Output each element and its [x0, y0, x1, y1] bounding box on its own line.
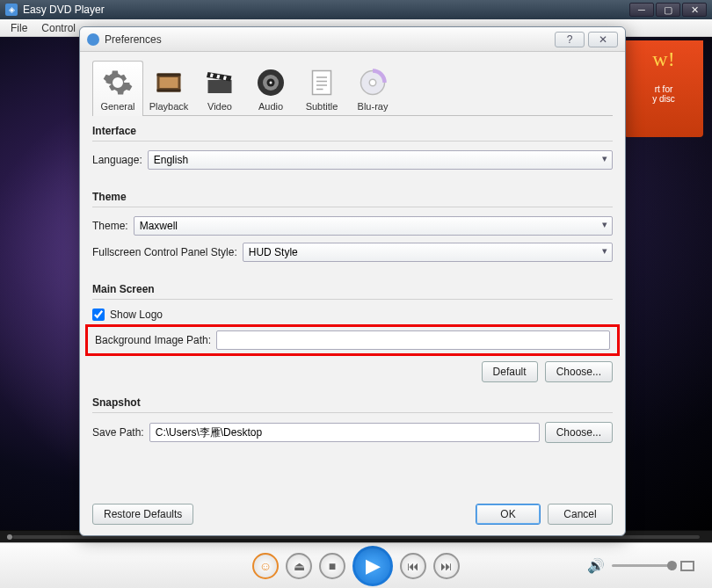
main-titlebar: ◈ Easy DVD Player ─ ▢ ✕ — [0, 0, 712, 19]
timeline-handle[interactable] — [7, 534, 12, 540]
menu-control[interactable]: Control — [34, 22, 83, 34]
bg-default-button[interactable]: Default — [482, 361, 538, 382]
next-button[interactable]: ⏭ — [433, 553, 460, 579]
tab-audio[interactable]: Audio — [245, 61, 296, 115]
theme-select[interactable]: Maxwell — [134, 216, 613, 236]
tab-video[interactable]: Video — [194, 61, 245, 115]
app-icon: ◈ — [5, 4, 18, 16]
play-button[interactable]: ▶ — [352, 546, 393, 586]
fullscreen-style-select[interactable]: HUD Style — [243, 243, 613, 262]
section-heading: Main Screen — [92, 283, 613, 300]
dialog-close-button[interactable]: ✕ — [588, 32, 618, 47]
promo-big-text: w! — [624, 47, 703, 71]
tab-label: Audio — [248, 101, 294, 112]
fullscreen-style-label: Fullscreen Control Panel Style: — [92, 246, 237, 258]
bg-choose-button[interactable]: Choose... — [545, 361, 613, 382]
section-heading: Theme — [92, 191, 613, 207]
volume-icon[interactable]: 🔊 — [587, 557, 605, 574]
section-main-screen: Main Screen Show Logo Background Image P… — [92, 283, 613, 382]
dialog-title: Preferences — [105, 33, 551, 46]
tab-label: Video — [197, 101, 243, 112]
gear-icon — [102, 67, 134, 98]
tab-bluray[interactable]: Blu-ray — [347, 61, 398, 115]
filmstrip-icon — [153, 67, 185, 98]
svg-rect-4 — [208, 80, 232, 93]
save-path-label: Save Path: — [92, 426, 144, 439]
snapshot-choose-button[interactable]: Choose... — [545, 422, 613, 443]
speaker-icon — [255, 67, 287, 98]
share-button[interactable]: ☺ — [252, 553, 279, 579]
tab-label: Blu-ray — [350, 101, 396, 112]
tab-subtitle[interactable]: Subtitle — [296, 61, 347, 115]
tab-label: Playback — [146, 101, 192, 112]
dialog-footer: Restore Defaults OK Cancel — [80, 498, 625, 535]
svg-rect-3 — [157, 90, 181, 92]
promo-line1: rt for — [629, 84, 698, 94]
show-logo-checkbox[interactable] — [92, 309, 105, 321]
svg-rect-1 — [160, 77, 178, 88]
disc-icon — [357, 67, 389, 98]
promo-line2: y disc — [629, 94, 698, 104]
player-controls: ☺ ⏏ ■ ▶ ⏮ ⏭ 🔊 — [0, 542, 712, 588]
cancel-button[interactable]: Cancel — [548, 504, 613, 525]
svg-rect-2 — [157, 74, 181, 76]
section-interface: Interface Language: English — [92, 125, 613, 177]
section-heading: Interface — [92, 125, 613, 142]
prev-button[interactable]: ⏮ — [400, 553, 426, 579]
minimize-button[interactable]: ─ — [629, 3, 654, 17]
maximize-button[interactable]: ▢ — [656, 3, 680, 17]
dialog-titlebar[interactable]: Preferences ? ✕ — [80, 27, 625, 52]
clapper-icon — [204, 67, 236, 98]
dialog-icon — [87, 33, 99, 46]
fullscreen-button[interactable] — [680, 561, 694, 571]
language-label: Language: — [92, 154, 142, 166]
show-logo-label: Show Logo — [110, 309, 163, 321]
section-theme: Theme Theme: Maxwell Fullscreen Control … — [92, 191, 613, 269]
preferences-dialog: Preferences ? ✕ General Playback V — [79, 26, 626, 536]
bg-path-label: Background Image Path: — [95, 334, 211, 346]
theme-label: Theme: — [92, 220, 128, 232]
bg-path-input[interactable] — [216, 330, 610, 350]
preferences-tabstrip: General Playback Video Audio — [92, 61, 613, 116]
volume-slider[interactable] — [612, 564, 673, 567]
ok-button[interactable]: OK — [476, 504, 541, 525]
app-title: Easy DVD Player — [23, 4, 629, 16]
section-snapshot: Snapshot Save Path: Choose... — [92, 396, 613, 450]
highlight-box: Background Image Path: — [85, 324, 620, 356]
svg-point-12 — [270, 82, 272, 84]
close-button[interactable]: ✕ — [682, 3, 707, 17]
promo-banner[interactable]: w! rt for y disc — [624, 40, 703, 137]
tab-playback[interactable]: Playback — [143, 61, 194, 115]
tab-label: Subtitle — [299, 101, 345, 112]
language-select[interactable]: English — [148, 150, 613, 170]
save-path-input[interactable] — [149, 423, 540, 442]
stop-button[interactable]: ■ — [319, 553, 345, 579]
tab-general[interactable]: General — [92, 61, 143, 115]
svg-point-19 — [369, 79, 376, 86]
restore-defaults-button[interactable]: Restore Defaults — [92, 504, 193, 525]
dialog-help-button[interactable]: ? — [555, 32, 585, 47]
tab-label: General — [95, 101, 141, 112]
menu-file[interactable]: File — [4, 22, 34, 34]
section-heading: Snapshot — [92, 396, 613, 413]
svg-rect-13 — [313, 71, 331, 95]
document-icon — [306, 67, 338, 98]
eject-button[interactable]: ⏏ — [286, 553, 312, 579]
